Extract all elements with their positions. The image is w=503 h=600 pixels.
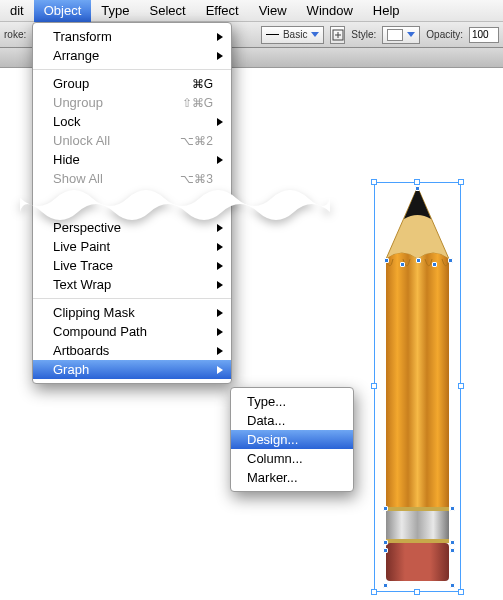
menu-item-group[interactable]: Group⌘G	[33, 74, 231, 93]
stroke-label: roke:	[4, 29, 26, 40]
submenu-item-data[interactable]: Data...	[231, 411, 353, 430]
opacity-input[interactable]	[469, 27, 499, 43]
svg-rect-3	[386, 507, 449, 543]
svg-rect-6	[386, 543, 449, 581]
menu-type[interactable]: Type	[91, 0, 139, 22]
submenu-item-design[interactable]: Design...	[231, 430, 353, 449]
brush-selector[interactable]: Basic	[261, 26, 324, 44]
menu-item-hide[interactable]: Hide	[33, 150, 231, 169]
style-label: Style:	[351, 29, 376, 40]
submenu-item-column[interactable]: Column...	[231, 449, 353, 468]
menu-item-compound-path[interactable]: Compound Path	[33, 322, 231, 341]
menu-item-transform[interactable]: Transform	[33, 27, 231, 46]
menu-item-unlock-all: Unlock All⌥⌘2	[33, 131, 231, 150]
menu-item-perspective[interactable]: Perspective	[33, 218, 231, 237]
menu-item-graph[interactable]: Graph	[33, 360, 231, 379]
opacity-label: Opacity:	[426, 29, 463, 40]
brush-options-btn[interactable]	[330, 26, 345, 44]
submenu-item-type[interactable]: Type...	[231, 392, 353, 411]
menu-item-live-trace[interactable]: Live Trace	[33, 256, 231, 275]
style-selector[interactable]	[382, 26, 420, 44]
menu-item-arrange[interactable]: Arrange	[33, 46, 231, 65]
object-menu: Transform Arrange Group⌘G Ungroup⇧⌘G Loc…	[32, 22, 232, 384]
menu-edit[interactable]: dit	[0, 0, 34, 22]
menu-item-lock[interactable]: Lock	[33, 112, 231, 131]
menu-object[interactable]: Object	[34, 0, 92, 22]
menu-window[interactable]: Window	[297, 0, 363, 22]
menubar: dit Object Type Select Effect View Windo…	[0, 0, 503, 22]
menu-effect[interactable]: Effect	[196, 0, 249, 22]
submenu-item-marker[interactable]: Marker...	[231, 468, 353, 487]
menu-select[interactable]: Select	[140, 0, 196, 22]
menu-item-artboards[interactable]: Artboards	[33, 341, 231, 360]
brush-basic-label: Basic	[283, 29, 307, 40]
svg-rect-4	[386, 507, 449, 511]
menu-item-show-all: Show All⌥⌘3	[33, 169, 231, 188]
menu-help[interactable]: Help	[363, 0, 410, 22]
menu-item-text-wrap[interactable]: Text Wrap	[33, 275, 231, 294]
menu-item-live-paint[interactable]: Live Paint	[33, 237, 231, 256]
menu-item-clipping-mask[interactable]: Clipping Mask	[33, 303, 231, 322]
pencil-artwork[interactable]	[379, 187, 456, 591]
graph-submenu: Type... Data... Design... Column... Mark…	[230, 387, 354, 492]
menu-item-ungroup: Ungroup⇧⌘G	[33, 93, 231, 112]
svg-rect-5	[386, 539, 449, 543]
menu-view[interactable]: View	[249, 0, 297, 22]
